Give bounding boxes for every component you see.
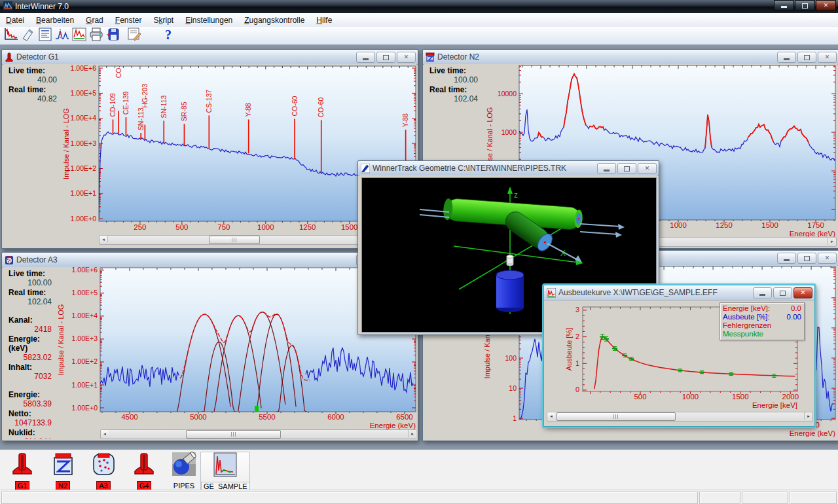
x-axis-title: Energie (keV): [790, 429, 835, 437]
app-minimize-button[interactable]: [774, 0, 794, 11]
app-close-button[interactable]: ✕: [816, 0, 836, 11]
x-tick-label: 1000: [257, 223, 274, 231]
toolbar-button-save[interactable]: [105, 28, 121, 43]
scroll-left-button[interactable]: ◂: [100, 236, 108, 243]
close-button[interactable]: ✕: [818, 52, 837, 63]
info-row: Netto:1047133.9: [5, 408, 62, 427]
app-titlebar[interactable]: InterWinner 7.0 ✕: [0, 0, 838, 13]
menu-item-datei[interactable]: Datei: [0, 14, 30, 26]
info-value: CM-244: [9, 437, 62, 439]
close-button[interactable]: ✕: [818, 253, 837, 264]
minimize-button[interactable]: [597, 163, 616, 174]
window-detector-g1[interactable]: Detector G1 ✕ Live time:40.00Real time:4…: [1, 49, 418, 249]
toolbar-button-analysis[interactable]: [71, 28, 87, 43]
info-row: Nuklid:CM-244: [5, 427, 62, 439]
info-panel: Live time:100.00Real time:102.04Kanal:24…: [5, 268, 62, 439]
toolbar[interactable]: ?: [0, 27, 838, 45]
menu-item-fenster[interactable]: Fenster: [109, 14, 148, 26]
menu-item-bearbeiten[interactable]: Bearbeiten: [30, 14, 80, 26]
titlebar-winnertrack[interactable]: WinnerTrack Geometrie C:\INTERWINNER\PIP…: [358, 161, 659, 176]
x-tick-label: 6500: [396, 413, 413, 421]
taskbar-item-g4[interactable]: G4: [127, 452, 161, 491]
minimize-button[interactable]: [777, 253, 796, 264]
y-axis-title: Impulse / Kanal - LOG: [62, 108, 70, 179]
window-body: Live time:40.00Real time:40.82 1.00E+61.…: [3, 64, 416, 247]
info-panel: Live time:40.00Real time:40.82: [5, 65, 67, 103]
x-tick-label: 500: [175, 223, 188, 231]
menu-item-skript[interactable]: Skript: [147, 14, 179, 26]
restore-button[interactable]: [797, 253, 816, 264]
scroll-right-button[interactable]: ▸: [828, 238, 836, 245]
status-cell: [1, 492, 698, 504]
analysis-icon: [71, 27, 87, 45]
window-efficiency-curve[interactable]: Ausbeutekurve X:\IWT\GE\GE_SAMPLE.EFF ✕ …: [543, 285, 815, 427]
toolbar-button-help[interactable]: ?: [160, 28, 176, 43]
info-value: 100.00: [429, 75, 488, 84]
marinelli-window-icon: [426, 52, 435, 62]
y-tick-label: 1.00E+2: [72, 357, 98, 365]
close-button[interactable]: ✕: [638, 163, 657, 174]
x-tick-label: 1250: [299, 223, 316, 231]
minimize-button[interactable]: [753, 287, 772, 298]
roi-segment: [818, 327, 819, 328]
titlebar-detector-g1[interactable]: Detector G1 ✕: [2, 50, 418, 65]
horizontal-scrollbar[interactable]: ◂ ▸: [100, 429, 416, 439]
x-tick-label: 500: [634, 393, 646, 401]
taskbar-item-n2[interactable]: N2: [46, 452, 80, 491]
peak-label: SN-113: [160, 96, 168, 118]
x-tick-label: 1500: [732, 393, 749, 401]
restore-button[interactable]: [773, 287, 792, 298]
detector-icon-bar: G1N2A3G4PIPESGE_SAMPLE: [0, 449, 838, 490]
horizontal-scrollbar[interactable]: ◂ ▸: [547, 412, 813, 422]
detector-icon: [127, 452, 161, 479]
scroll-thumb[interactable]: [209, 236, 260, 244]
info-row: Real time:102.04: [426, 84, 488, 103]
minimize-button[interactable]: [356, 52, 375, 63]
app-maximize-button[interactable]: [795, 0, 815, 11]
taskbar-item-ge_sample[interactable]: GE_SAMPLE: [200, 452, 250, 492]
info-value: 100.00: [9, 278, 62, 287]
menu-item-einstellungen[interactable]: Einstellungen: [179, 14, 238, 26]
close-button[interactable]: ✕: [793, 287, 812, 298]
info-panel: Live time:100.00Real time:102.04: [426, 65, 488, 103]
titlebar-detector-a3[interactable]: Detector A3 ✕: [2, 253, 418, 268]
toolbar-button-script[interactable]: [126, 28, 142, 43]
titlebar-efficiency[interactable]: Ausbeutekurve X:\IWT\GE\GE_SAMPLE.EFF ✕: [544, 285, 814, 300]
scroll-thumb[interactable]: [556, 412, 676, 421]
scroll-left-button[interactable]: ◂: [101, 430, 109, 437]
peak-label: CD-109: [109, 93, 117, 117]
toolbar-button-spectrum[interactable]: [3, 28, 19, 43]
y-tick-label: 1: [575, 359, 579, 367]
taskbar-item-a3[interactable]: A3: [86, 452, 120, 491]
toolbar-button-print[interactable]: [88, 28, 104, 43]
x-tick-label: 1500: [341, 223, 358, 231]
restore-button[interactable]: [797, 52, 816, 63]
info-value: 2418: [9, 325, 62, 334]
toolbar-button-detector[interactable]: [20, 28, 36, 43]
close-button[interactable]: ✕: [397, 52, 416, 63]
menu-bar[interactable]: DateiBearbeitenGradFensterSkriptEinstell…: [0, 13, 838, 27]
taskbar-item-pipes[interactable]: PIPES: [168, 452, 200, 491]
z-axis-label: z: [514, 190, 518, 200]
info-row: Kanal:2418: [5, 315, 62, 334]
toolbar-button-report[interactable]: [37, 28, 53, 43]
scroll-left-button[interactable]: ◂: [547, 412, 555, 420]
window-detector-a3[interactable]: Detector A3 ✕ Live time:100.00Real time:…: [1, 252, 418, 441]
mdi-workspace: Detector G1 ✕ Live time:40.00Real time:4…: [0, 45, 838, 490]
titlebar-detector-n2[interactable]: Detector N2 ✕: [423, 50, 838, 65]
scroll-right-button[interactable]: ▸: [804, 412, 812, 420]
menu-item-grad[interactable]: Grad: [80, 14, 109, 26]
x-tick-label: 5000: [190, 413, 207, 421]
minimize-button[interactable]: [777, 52, 796, 63]
scroll-right-button[interactable]: ▸: [408, 430, 416, 437]
peak-label: Y-88: [244, 103, 252, 117]
restore-button[interactable]: [617, 163, 636, 174]
spectrum-chart-a3[interactable]: 1.00E+61.00E+51.00E+41.00E+31.00E+21.00E…: [3, 267, 416, 439]
menu-item-zugangskontrolle[interactable]: Zugangskontrolle: [238, 14, 310, 26]
scroll-thumb[interactable]: [186, 430, 281, 439]
toolbar-button-peak-search[interactable]: [54, 28, 70, 43]
y-tick-label: 1.00E+3: [72, 334, 98, 342]
taskbar-item-g1[interactable]: G1: [5, 452, 39, 491]
restore-button[interactable]: [376, 52, 395, 63]
menu-item-hilfe[interactable]: Hilfe: [310, 14, 338, 26]
